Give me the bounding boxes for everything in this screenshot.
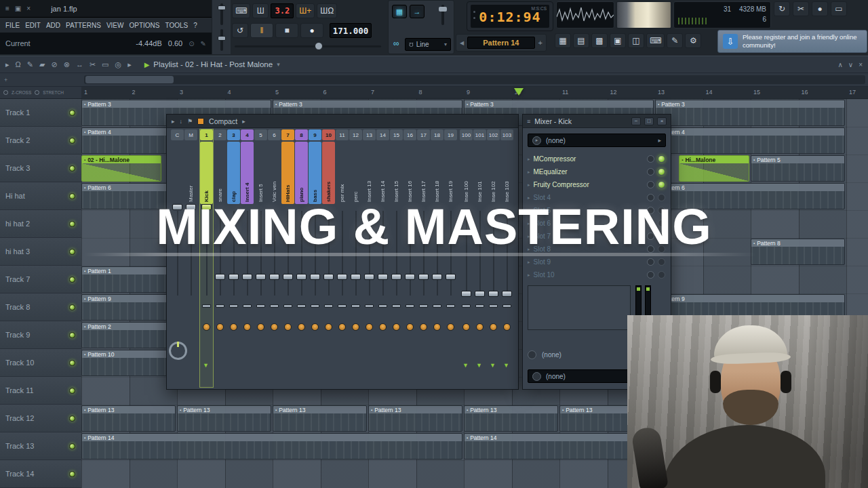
select-icon[interactable]: ▭ bbox=[102, 60, 108, 69]
pattern-clip[interactable]: ▪Pattern 14 bbox=[81, 433, 462, 460]
mixer-channel-15[interactable]: 15Insert 15 bbox=[390, 128, 403, 389]
preview-icon[interactable]: ▸ bbox=[127, 60, 132, 69]
pan-knob[interactable] bbox=[503, 323, 511, 331]
pan-knob[interactable] bbox=[379, 323, 387, 331]
piano-roll-icon[interactable]: ▩ bbox=[591, 33, 608, 48]
pan-knob[interactable] bbox=[216, 323, 224, 331]
track-header[interactable]: Track 2 bbox=[0, 127, 81, 155]
time-display[interactable]: 0:12:94 bbox=[471, 9, 549, 25]
mixer-channel-102[interactable]: 102Inse 102▼ bbox=[487, 128, 500, 389]
pan-knob[interactable] bbox=[462, 323, 470, 331]
typing-keyboard-icon[interactable]: ⌨ bbox=[232, 3, 250, 18]
mixer-channel-101[interactable]: 101Inse 101▼ bbox=[473, 128, 487, 389]
channel-tab[interactable]: 14 bbox=[376, 129, 389, 140]
props-menu-icon[interactable]: ≡ bbox=[527, 118, 530, 125]
mixer-channel-14[interactable]: 14Insert 14 bbox=[376, 128, 390, 389]
plugin-preview[interactable] bbox=[528, 285, 631, 330]
fader-handle[interactable] bbox=[391, 274, 401, 280]
mixer-channel-2[interactable]: 2snare bbox=[214, 128, 227, 389]
pan-knob[interactable] bbox=[476, 323, 484, 331]
snap-selector[interactable]: Ω Line ▾ bbox=[405, 38, 451, 51]
menu-add[interactable]: ADD bbox=[46, 22, 60, 29]
channel-tab[interactable]: 8 bbox=[295, 129, 308, 140]
pan-knob[interactable] bbox=[338, 323, 346, 331]
horizontal-scrollbar[interactable] bbox=[84, 75, 865, 84]
track-header[interactable]: Track 1 bbox=[0, 99, 81, 127]
mixer-channel-19[interactable]: 19Insert 19 bbox=[444, 128, 458, 389]
pause-button[interactable]: ‖ bbox=[250, 23, 273, 38]
stop-button[interactable]: ■ bbox=[275, 23, 298, 38]
fader-handle[interactable] bbox=[323, 274, 334, 280]
route-arrow-icon[interactable]: ▼ bbox=[476, 362, 482, 369]
volume-handle[interactable] bbox=[218, 5, 226, 10]
stretch-knob[interactable] bbox=[35, 90, 39, 95]
pan-knob[interactable] bbox=[257, 323, 264, 331]
mixer-channel-5[interactable]: 5Insert 5 bbox=[254, 128, 268, 389]
channel-tab[interactable]: 11 bbox=[336, 129, 349, 140]
mixer-channel-12[interactable]: 12perc bbox=[349, 128, 363, 389]
title-bar[interactable]: ≡ ▣ × jan 1.flp bbox=[0, 0, 212, 18]
mixer-channel-11[interactable]: 11per mix bbox=[336, 128, 349, 389]
icon-selector-row[interactable]: (none) bbox=[528, 350, 561, 359]
pattern-clip[interactable]: ▪Pattern 13 bbox=[368, 405, 462, 432]
pan-knob[interactable] bbox=[243, 323, 251, 331]
pan-knob[interactable] bbox=[447, 323, 454, 331]
paint-icon[interactable]: ▰ bbox=[39, 60, 45, 69]
hzoom-icon[interactable]: + bbox=[4, 77, 7, 83]
stereo-knob[interactable] bbox=[256, 304, 265, 308]
channel-tab[interactable]: 16 bbox=[403, 129, 416, 140]
stereo-knob[interactable] bbox=[378, 304, 387, 308]
mixer-channel-7[interactable]: 7HiHats bbox=[281, 128, 295, 389]
track-mute-led[interactable] bbox=[69, 443, 75, 449]
pan-knob[interactable] bbox=[433, 323, 441, 331]
mixer-toggle-icon[interactable]: ◫ bbox=[628, 33, 644, 48]
oscilloscope[interactable] bbox=[556, 1, 614, 28]
channel-tab[interactable]: 13 bbox=[363, 129, 376, 140]
mixer-menu-icon[interactable]: ▸ bbox=[172, 118, 175, 125]
channel-tab[interactable]: 19 bbox=[444, 129, 457, 140]
stereo-knob[interactable] bbox=[462, 304, 471, 308]
slot-mix-knob[interactable] bbox=[647, 181, 654, 188]
stereo-knob[interactable] bbox=[365, 304, 374, 308]
fader-handle[interactable] bbox=[310, 274, 320, 280]
fx-slot[interactable]: ▸Slot 10 bbox=[526, 268, 667, 281]
pan-knob[interactable] bbox=[271, 323, 278, 331]
plugin-picker-icon[interactable]: ⌨ bbox=[646, 33, 665, 48]
maximize-icon[interactable]: ▣ bbox=[15, 5, 21, 12]
track-mute-led[interactable] bbox=[69, 165, 75, 171]
track-header[interactable]: Track 7 bbox=[0, 266, 81, 293]
fx-slot[interactable]: ▸MCompressor bbox=[526, 152, 667, 165]
pattern-clip[interactable]: ▪Pattern 13 bbox=[273, 405, 367, 432]
stereo-knob[interactable] bbox=[324, 304, 333, 308]
fader-handle[interactable] bbox=[405, 274, 415, 280]
pattern-clip[interactable]: ▪Pattern 2 bbox=[81, 322, 176, 348]
pattern-clip[interactable]: ▪Pattern 13 bbox=[464, 405, 558, 432]
playlist-close-icon[interactable]: × bbox=[859, 61, 863, 68]
fader-handle[interactable] bbox=[269, 274, 279, 280]
menu-edit[interactable]: EDIT bbox=[25, 22, 41, 29]
channel-tab[interactable]: M bbox=[184, 129, 197, 140]
route-arrow-icon[interactable]: ▼ bbox=[203, 362, 209, 369]
options-icon[interactable]: ⚙ bbox=[685, 33, 701, 48]
slot-mix-knob[interactable] bbox=[647, 271, 654, 279]
channel-tab[interactable]: 1 bbox=[200, 129, 213, 140]
fader-handle[interactable] bbox=[215, 274, 225, 280]
stereo-knob[interactable] bbox=[392, 304, 401, 308]
fader-handle[interactable] bbox=[432, 274, 442, 280]
stereo-knob[interactable] bbox=[216, 304, 224, 308]
metronome-icon[interactable]: Ш+ bbox=[296, 3, 315, 18]
mixer-channel-4[interactable]: 4Insert 4 bbox=[241, 128, 254, 389]
stereo-knob[interactable] bbox=[433, 304, 441, 308]
close-button[interactable]: × bbox=[657, 117, 667, 125]
mixer-channel-9[interactable]: 9bass bbox=[309, 128, 322, 389]
slot-enable-led[interactable] bbox=[658, 181, 665, 188]
stereo-knob[interactable] bbox=[351, 304, 360, 308]
track-header[interactable]: Track 11 bbox=[0, 377, 81, 405]
fader-handle[interactable] bbox=[488, 291, 498, 297]
mixer-channel-8[interactable]: 8piano bbox=[295, 128, 309, 389]
pan-knob[interactable] bbox=[352, 323, 359, 331]
time-mode-label[interactable]: M:S:CS bbox=[532, 6, 547, 11]
record-button[interactable]: ● bbox=[300, 23, 323, 38]
pattern-clip[interactable]: ▪Pattern 5 bbox=[751, 155, 845, 182]
master-knob[interactable] bbox=[169, 342, 187, 360]
